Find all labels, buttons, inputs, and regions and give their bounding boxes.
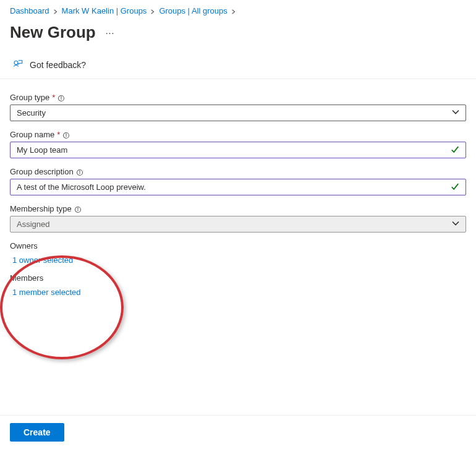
breadcrumb-user-groups[interactable]: Mark W Kaelin | Groups [62,6,147,15]
svg-point-9 [79,171,80,171]
required-indicator: * [57,130,60,139]
svg-point-0 [14,61,18,65]
membership-type-value: Assigned [17,220,49,229]
required-indicator: * [52,93,55,102]
svg-point-12 [77,208,78,208]
info-icon[interactable] [57,93,65,102]
breadcrumb-all-groups[interactable]: Groups | All groups [159,6,227,15]
group-name-label: Group name [10,130,54,139]
members-label: Members [10,273,466,283]
group-type-select[interactable]: Security [10,105,466,121]
group-description-value: A test of the Microsoft Loop preveiw. [17,182,146,192]
check-icon [451,145,459,155]
group-type-value: Security [17,108,46,118]
owners-label: Owners [10,241,466,250]
chevron-right-icon [231,6,236,15]
group-description-label: Group description [10,167,74,176]
membership-type-field: Membership type Assigned [10,204,466,233]
feedback-label: Got feedback? [30,60,86,70]
info-icon[interactable] [62,130,70,139]
info-icon[interactable] [76,167,83,176]
bottom-bar: Create [0,415,476,449]
svg-point-3 [61,96,62,97]
group-name-input[interactable]: My Loop team [10,142,466,158]
group-type-label: Group type [10,93,49,102]
members-selected-link[interactable]: 1 member selected [10,288,466,297]
chevron-down-icon [452,108,459,118]
chevron-right-icon [150,6,155,15]
membership-type-label: Membership type [10,204,72,213]
chevron-right-icon [53,6,58,15]
create-button[interactable]: Create [10,423,64,442]
group-description-field: Group description A test of the Microsof… [10,167,466,195]
group-name-value: My Loop team [17,145,67,155]
breadcrumb-dashboard[interactable]: Dashboard [10,6,49,15]
group-name-field: Group name * My Loop team [10,130,466,158]
breadcrumb: Dashboard Mark W Kaelin | Groups Groups … [0,0,476,19]
form-section: Group type * Security Group name * My Lo… [0,79,476,303]
feedback-bar[interactable]: Got feedback? [0,49,476,79]
page-title: New Group [10,23,96,42]
check-icon [451,182,459,192]
owners-selected-link[interactable]: 1 owner selected [10,255,466,265]
svg-point-6 [66,134,67,134]
group-type-field: Group type * Security [10,93,466,121]
group-description-input[interactable]: A test of the Microsoft Loop preveiw. [10,179,466,195]
info-icon[interactable] [74,204,82,213]
chevron-down-icon [452,220,459,229]
feedback-icon [12,58,23,71]
more-actions-button[interactable]: ··· [106,28,115,38]
membership-type-select[interactable]: Assigned [10,216,466,233]
page-header: New Group ··· [0,19,476,49]
